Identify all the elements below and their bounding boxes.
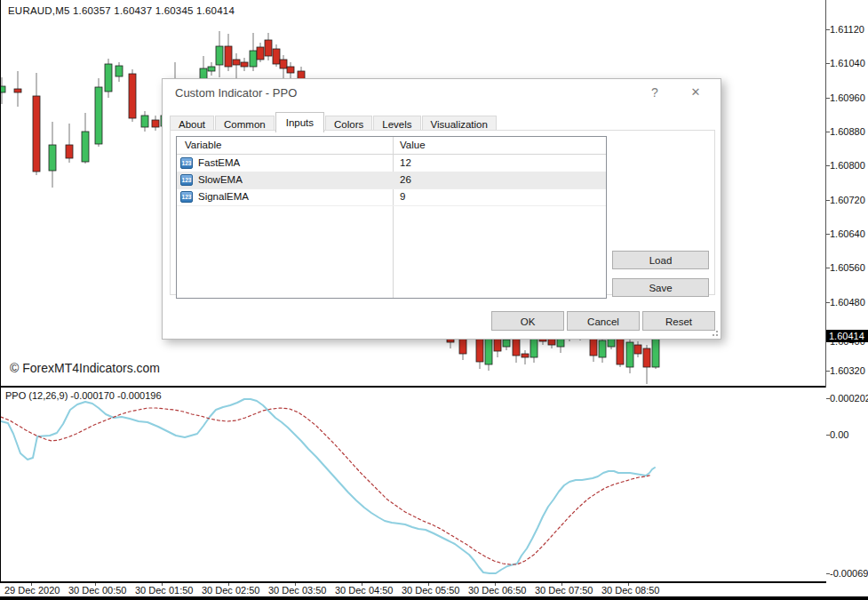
resize-grip-icon[interactable]: [711, 329, 718, 336]
table-row[interactable]: 123SignalEMA9: [177, 188, 606, 206]
variable-value[interactable]: 9: [400, 191, 405, 202]
numeric-input-icon: 123: [180, 191, 193, 203]
dialog-tabbar: AboutCommonInputsColorsLevelsVisualizati…: [170, 112, 498, 131]
price-axis-label: 1.60720: [830, 195, 865, 205]
table-row[interactable]: 123FastEMA12: [177, 155, 606, 172]
load-button[interactable]: Load: [612, 251, 709, 269]
price-axis-label: 1.60480: [830, 297, 865, 308]
inputs-table: Variable Value 123FastEMA12123SlowEMA261…: [176, 136, 607, 299]
time-axis-label: 30 Dec 02:50: [202, 585, 259, 596]
ppo-plot: [1, 388, 826, 580]
time-axis-label: 30 Dec 04:50: [335, 585, 393, 596]
variable-name: SlowEMA: [198, 174, 243, 185]
current-price-badge: 1.60414: [826, 330, 868, 342]
variable-name: SignalEMA: [198, 191, 249, 202]
time-axis-label: 30 Dec 01:50: [135, 585, 193, 596]
time-axis-label: 30 Dec 00:50: [68, 585, 126, 596]
price-axis-label: 1.60320: [830, 365, 865, 376]
time-axis[interactable]: 29 Dec 202030 Dec 00:5030 Dec 01:5030 De…: [0, 583, 868, 596]
variable-name: FastEMA: [198, 157, 240, 168]
price-axis[interactable]: 1.60414 1.611201.610401.609601.608801.60…: [825, 0, 868, 583]
dialog-titlebar[interactable]: Custom Indicator - PPO ? ✕: [163, 79, 721, 106]
ppo-axis-label: -0.000697: [830, 568, 868, 579]
window-bottom-edge: [0, 596, 868, 600]
ohlc-readout: EURAUD,M5 1.60357 1.60437 1.60345 1.6041…: [8, 5, 235, 16]
ppo-axis-label: 0.00: [830, 429, 848, 440]
price-axis-label: 1.61120: [830, 24, 864, 35]
table-header: Variable Value: [177, 137, 606, 155]
numeric-input-icon: 123: [180, 174, 193, 186]
cancel-button[interactable]: Cancel: [567, 311, 640, 331]
variable-column-header: Variable: [185, 140, 221, 150]
variable-value[interactable]: 26: [400, 174, 411, 185]
time-axis-label: 30 Dec 08:50: [601, 585, 659, 596]
ppo-indicator-label: PPO (12,26,9) -0.000170 -0.000196: [5, 390, 162, 401]
time-axis-label: 30 Dec 05:50: [402, 585, 459, 596]
price-axis-label: 1.60880: [830, 126, 865, 137]
save-button[interactable]: Save: [612, 278, 709, 297]
time-axis-label: 30 Dec 03:50: [268, 585, 326, 596]
price-axis-label: 1.60560: [830, 262, 865, 273]
price-axis-label: 1.60640: [830, 228, 865, 239]
value-column-header: Value: [400, 140, 426, 150]
ppo-axis-label: 0.000202: [830, 393, 868, 404]
tab-inputs[interactable]: Inputs: [275, 112, 324, 132]
ppo-indicator-panel[interactable]: PPO (12,26,9) -0.000170 -0.000196: [0, 388, 826, 583]
help-icon[interactable]: ?: [648, 85, 662, 100]
time-axis-label: 30 Dec 07:50: [535, 585, 593, 596]
price-axis-label: 1.60800: [830, 160, 865, 171]
close-icon[interactable]: ✕: [689, 85, 703, 99]
reset-button[interactable]: Reset: [642, 311, 715, 331]
mt4-window: EURAUD,M5 1.60357 1.60437 1.60345 1.6041…: [0, 0, 868, 600]
variable-value[interactable]: 12: [400, 157, 411, 168]
price-axis-label: 1.60960: [830, 92, 865, 103]
time-axis-label: 30 Dec 06:50: [468, 585, 526, 596]
ok-button[interactable]: OK: [491, 311, 564, 331]
table-row[interactable]: 123SlowEMA26: [177, 172, 606, 189]
watermark: © ForexMT4Indicators.com: [10, 361, 160, 375]
numeric-input-icon: 123: [180, 157, 193, 169]
custom-indicator-dialog: Custom Indicator - PPO ? ✕ AboutCommonIn…: [162, 78, 721, 340]
price-axis-label: 1.61040: [830, 58, 865, 68]
time-axis-label: 29 Dec 2020: [4, 585, 60, 596]
dialog-title: Custom Indicator - PPO: [175, 86, 297, 100]
